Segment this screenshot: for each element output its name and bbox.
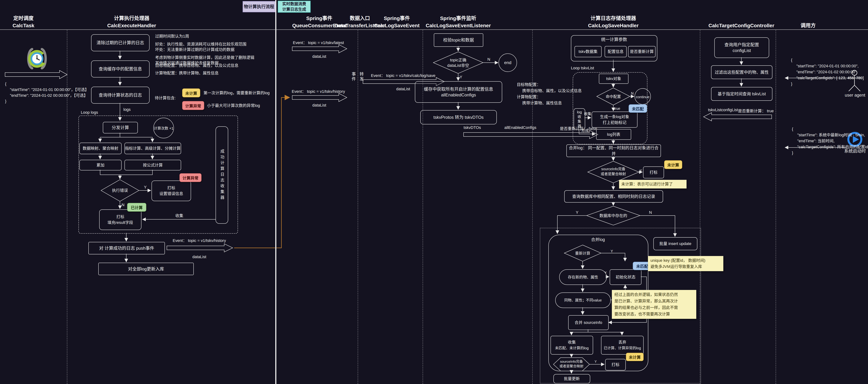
node-clean-expired-logs-label: 清除过期的已计算的日志 <box>96 40 144 46</box>
participant-handler-zh: 计算日志存储处理器 <box>577 15 649 22</box>
caller-json1-line2: "endTime": "2024-01-02 00:00:00", <box>791 69 864 75</box>
node-update-all-logs-label: 对全部log更新入库 <box>128 266 164 272</box>
listener-n-label: N <box>487 57 490 62</box>
calctask-json-line1: "startTime": "2024-01-01 00:00:00"，【可选】 <box>10 87 89 93</box>
controller-out-recalc: 是否重新计算： true <box>738 108 774 113</box>
badge-mark-calc-error-label: 计算异常 <box>183 175 198 180</box>
listener-check-diamond-label: topic正确 dataList非空 <box>436 57 480 68</box>
node-success-log-collector-label: 成功计算日志收集器 <box>219 149 225 201</box>
controller-return-arrow <box>704 113 772 121</box>
node-param-config: 配置信息 <box>604 46 627 57</box>
node-mark-done: 打标 填充result字段 <box>99 209 142 230</box>
node-filter-attrs: 过滤出这些配置中的物、属性 <box>711 65 772 79</box>
listener-out-configs: allEnabledConfigs <box>504 125 536 131</box>
node-get-enabled-configs-line2: allEnabledConfigs <box>441 92 476 98</box>
lifeline-caller <box>776 30 776 384</box>
node-query-pending-logs: 查询待计算状态的日志 <box>91 87 150 104</box>
node-log-list-label: log列表 <box>607 131 620 138</box>
node-new-attr: 存在新的物、属性 <box>559 269 607 285</box>
loop-logs-label: Loop logs <box>81 110 98 115</box>
push-event-datalist: dataList <box>174 254 224 260</box>
node-new-attr-label: 存在新的物、属性 <box>568 274 598 280</box>
user-agent-label: user agent <box>837 92 868 98</box>
sourceinfo2-y-label: Y <box>594 359 597 364</box>
node-mark-error-line2: 设置错误信息 <box>159 191 183 197</box>
caller-json1-close: } <box>791 81 864 87</box>
node-query-tskvlist-label: 基于指定时间查询 tskvList <box>718 91 766 97</box>
listener-config-note-line3: 计算物配置： <box>517 94 582 100</box>
node-log-collector2: log 收 集 器 <box>574 108 585 130</box>
badge-uncalculated: 未计算 <box>182 88 200 97</box>
node-param-recalc: 是否重新计算 <box>628 46 655 57</box>
node-merge-log-label: 合并log： 同一配置、同一时刻的日志对象进行合并 <box>567 145 660 156</box>
participant-caller: 调用方 <box>790 22 826 29</box>
note-expire-line3: 坏处：无法重新计算过期的已计算成功的数据 <box>155 47 254 52</box>
listener-check-line1: topic正确 <box>436 57 480 63</box>
sourceinfo2-hexagon-label: sourceInfo完备 或者是聚合映射 <box>553 359 589 368</box>
recalc-y-label: Y <box>611 248 613 254</box>
push-event-topic: Event： topic = v1/tskv/history <box>165 238 234 243</box>
participant-controller: CalcTargetConfigController <box>705 22 777 29</box>
count-circle: 计算次数 +1 <box>153 118 174 138</box>
badge-uncalc-mark2: 未计算 <box>626 353 644 361</box>
node-mark-error: 打标 设置错误信息 <box>152 180 191 201</box>
node-tskv-object: tskv对象 <box>599 73 628 84</box>
badge-uncalc-mark-label: 未计算 <box>667 162 679 168</box>
node-batch-insert-label: 批量 insert update <box>659 241 691 246</box>
sourceinfo-diamond-label: sourceInfo完备 或者是聚合映射 <box>593 167 633 177</box>
sourceinfo-y-label: Y <box>640 168 642 173</box>
hit-config-diamond-label: 命中配置 <box>597 94 630 99</box>
collect2-label: 收集 <box>584 111 591 117</box>
calctask-json-close: } <box>5 98 6 104</box>
controller-out-params: tskvList configList 是否重新计算： true <box>708 108 773 113</box>
node-tskv-object-label: tskv对象 <box>606 76 621 82</box>
note-merge-logic-line1: 经过上面的合并逻辑，如果状态仍然 <box>614 291 694 298</box>
node-mark-done-line2: 填充result字段 <box>107 220 133 226</box>
listener-config-note-line1: 目标物配置： <box>517 82 582 88</box>
note-expire-line4: 考虑到物计算侧重实时数据计算，因此还是做了删除逻辑 <box>155 55 254 60</box>
latest-event-arrow <box>292 45 347 53</box>
node-generate-log-line2: 打上初始标记 <box>603 120 626 125</box>
node-collect-logs-line1: 收集 <box>568 339 576 345</box>
badge-uncalc-mark: 未计算 <box>664 160 682 169</box>
node-data-mapping: 数据映射、聚合映射 <box>80 143 122 154</box>
badge-calc-error-label: 计算异常 <box>185 103 201 109</box>
node-unified-params-title: 统一计算参数 <box>601 37 627 42</box>
history-event-arrow <box>292 93 347 101</box>
node-data-mapping-label: 数据映射、聚合映射 <box>83 146 118 151</box>
latest-topic-label: Event： topic = v1/tskv/latest <box>289 40 348 46</box>
node-mark-uncalc: 打标 <box>643 167 664 178</box>
participant-calctask-zh: 定时调度 <box>5 15 41 22</box>
pending-label: 待计算包含: <box>155 95 176 101</box>
note-unique-key-line2: 避免多JVM运行导致重复入库 <box>650 264 721 270</box>
history-orange-connector <box>234 97 289 248</box>
participant-saveevent-en: CalcLogSaveEvent <box>370 22 424 29</box>
participant-exec-en: CalcExecuteHandler <box>96 22 168 29</box>
note-config: 目标物配置：携带目标物、属性，以及公式信息 计算物配置：携带计算物、属性信息 <box>155 63 239 76</box>
node-collect-logs-line2: 未匹配、未计算的log <box>555 345 589 351</box>
legend-exec-flow: 物计算执行流程 <box>243 1 275 12</box>
node-query-user-config: 查询用户指定配置 configList <box>714 37 769 58</box>
node-filter-attrs-label: 过滤出这些配置中的物、属性 <box>715 69 769 75</box>
lifeline-datatransfer <box>358 30 358 384</box>
latest-datalist-label: dataList <box>292 54 346 59</box>
count-circle-label: 计算次数 +1 <box>154 125 173 131</box>
sourceinfo2-line1: sourceInfo完备 <box>553 359 589 364</box>
uncalculated-desc: 第一次计算的log，需要重新计算的log <box>204 90 270 96</box>
form-label: 形成 <box>582 128 589 133</box>
logs-arrow-label: logs <box>123 107 131 112</box>
history-datalist-label: dataList <box>292 102 346 108</box>
header-underline <box>0 29 868 30</box>
legend-realtime-line2: 计算日志生成 <box>282 7 306 12</box>
collect-arrow-label: 收集 <box>175 213 183 218</box>
node-merge-log: 合并log： 同一配置、同一时刻的日志对象进行合并 <box>566 144 661 157</box>
sourceinfo-diamond-line1: sourceInfo完备 <box>593 167 633 172</box>
node-get-enabled-configs: 缓存中获取所有开启计算的配置信息 allEnabledConfigs <box>415 81 502 103</box>
listener-out-tskvdtos: tskvDTOs <box>464 125 481 131</box>
end-circle-label: end <box>499 60 517 65</box>
continue-circle-label: continue <box>634 94 652 100</box>
node-push-event-label: 对 计算成功的日志 push事件 <box>99 245 154 251</box>
participant-calctask-en: CalcTask <box>5 22 41 29</box>
lifeline-calctask <box>67 30 67 384</box>
caller-json2-line1: "startTime": 系统中最新log时间 - 5min, <box>792 132 868 138</box>
